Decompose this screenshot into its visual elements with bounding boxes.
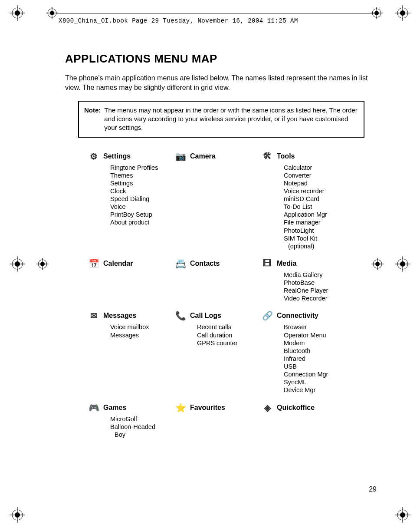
note-label: Note: xyxy=(84,106,101,132)
menu-item: Balloon-Headed xyxy=(110,423,174,431)
menu-item: PhotoBase xyxy=(284,279,356,287)
header-rule xyxy=(56,13,377,13)
menu-title: Settings xyxy=(103,152,131,160)
menu-heading: 📷Camera xyxy=(174,151,260,162)
menu-heading: ⭐Favourites xyxy=(174,402,260,413)
menu-item: Speed Dialing xyxy=(110,195,174,203)
menu-item: Settings xyxy=(110,179,174,187)
menu-item: Infrared xyxy=(284,355,356,363)
menu-item: Converter xyxy=(284,172,356,179)
page-number: 29 xyxy=(369,485,377,493)
favourites-icon: ⭐ xyxy=(174,402,187,413)
menu-item: PrintBoy Setup xyxy=(110,211,174,218)
games-icon: 🎮 xyxy=(87,402,101,413)
menu-heading: 🛠Tools xyxy=(260,151,356,162)
menu-item: RealOne Player xyxy=(284,287,356,294)
menu-item: MicroGolf xyxy=(110,415,174,423)
menu-item: GPRS counter xyxy=(197,339,260,347)
menu-item: Ringtone Profiles xyxy=(110,164,174,172)
settings-icon: ⚙ xyxy=(87,151,101,162)
menu-column: 📞Call LogsRecent callsCall durationGPRS … xyxy=(174,310,260,394)
menu-column: 🎮GamesMicroGolfBalloon-HeadedBoy xyxy=(87,402,174,439)
menu-item: File manager xyxy=(284,218,356,226)
menu-column: 📇Contacts xyxy=(174,258,260,303)
menu-heading: ⚙Settings xyxy=(87,151,174,162)
menu-item: Boy xyxy=(110,431,174,439)
menu-heading: 🔗Connectivity xyxy=(260,310,356,321)
menu-item: PhotoLight xyxy=(284,227,356,234)
registration-mark-icon xyxy=(9,506,26,524)
menu-title: Contacts xyxy=(190,260,220,267)
page-title: APPLICATIONS MENU MAP xyxy=(65,52,377,66)
calendar-icon: 📅 xyxy=(87,258,101,269)
menu-item: About product xyxy=(110,218,174,226)
menu-heading: ✉Messages xyxy=(87,310,174,321)
menu-heading: ◈Quickoffice xyxy=(260,402,356,413)
registration-mark-icon xyxy=(9,255,26,273)
menu-item: Clock xyxy=(110,187,174,195)
menu-column: ⭐Favourites xyxy=(174,402,260,439)
menu-item: Application Mgr xyxy=(284,211,356,218)
menu-item: Calculator xyxy=(284,164,356,172)
menu-title: Media xyxy=(277,260,296,267)
menu-item: miniSD Card xyxy=(284,195,356,203)
menu-item: Device Mgr xyxy=(284,386,356,394)
menu-column: ◈Quickoffice xyxy=(260,402,356,439)
registration-mark-icon xyxy=(394,4,411,22)
menu-heading: 📅Calendar xyxy=(87,258,174,269)
menu-items: Media GalleryPhotoBaseRealOne PlayerVide… xyxy=(284,271,356,303)
menu-item: Operator Menu xyxy=(284,331,356,339)
camera-icon: 📷 xyxy=(174,151,187,162)
menu-items: MicroGolfBalloon-HeadedBoy xyxy=(110,415,174,439)
menu-item: Media Gallery xyxy=(284,271,356,279)
menu-item: Bluetooth xyxy=(284,347,356,355)
menu-item: Messages xyxy=(110,331,174,339)
menu-item: USB xyxy=(284,363,356,370)
media-icon: 🎞 xyxy=(260,258,274,269)
menu-item: Browser xyxy=(284,323,356,331)
connectivity-icon: 🔗 xyxy=(260,310,274,321)
menu-item: SIM Tool Kit xyxy=(284,234,356,242)
menu-item: To-Do List xyxy=(284,203,356,211)
menu-title: Tools xyxy=(277,152,295,160)
menu-title: Games xyxy=(103,404,126,412)
menu-item: Voice recorder xyxy=(284,187,356,195)
registration-mark-icon xyxy=(9,4,26,22)
menu-grid: ⚙SettingsRingtone ProfilesThemesSettings… xyxy=(87,151,377,439)
menu-item: Notepad xyxy=(284,179,356,187)
menu-items: BrowserOperator MenuModemBluetoothInfrar… xyxy=(284,323,356,394)
menu-column: 🛠ToolsCalculatorConverterNotepadVoice re… xyxy=(260,151,356,250)
menu-title: Favourites xyxy=(190,404,225,412)
menu-item: Voice mailbox xyxy=(110,323,174,331)
menu-item: Connection Mgr xyxy=(284,370,356,378)
messages-icon: ✉ xyxy=(87,310,101,321)
menu-items: Ringtone ProfilesThemesSettingsClockSpee… xyxy=(110,164,174,227)
menu-items: Voice mailboxMessages xyxy=(110,323,174,339)
page-content: APPLICATIONS MENU MAP The phone's main a… xyxy=(65,52,377,439)
menu-column: ✉MessagesVoice mailboxMessages xyxy=(87,310,174,394)
menu-title: Call Logs xyxy=(190,312,221,320)
menu-column: ⚙SettingsRingtone ProfilesThemesSettings… xyxy=(87,151,174,250)
menu-heading: 🎞Media xyxy=(260,258,356,269)
menu-item: Call duration xyxy=(197,331,260,339)
menu-item: Themes xyxy=(110,172,174,179)
menu-item: Modem xyxy=(284,339,356,347)
menu-title: Calendar xyxy=(103,260,133,267)
header-text: X800_China_OI.book Page 29 Tuesday, Nove… xyxy=(59,17,298,24)
menu-items: Recent callsCall durationGPRS counter xyxy=(197,323,260,346)
menu-title: Connectivity xyxy=(277,312,318,320)
menu-item: Recent calls xyxy=(197,323,260,331)
registration-mark-icon xyxy=(394,506,411,524)
registration-mark-icon xyxy=(34,255,51,273)
menu-heading: 🎮Games xyxy=(87,402,174,413)
menu-heading: 📞Call Logs xyxy=(174,310,260,321)
menu-item: (optional) xyxy=(284,242,356,250)
menu-item: Voice xyxy=(110,203,174,211)
menu-heading: 📇Contacts xyxy=(174,258,260,269)
tools-icon: 🛠 xyxy=(260,151,274,162)
menu-column: 📅Calendar xyxy=(87,258,174,303)
menu-column: 🔗ConnectivityBrowserOperator MenuModemBl… xyxy=(260,310,356,394)
menu-title: Messages xyxy=(103,312,137,320)
menu-item: SyncML xyxy=(284,378,356,386)
quickoffice-icon: ◈ xyxy=(260,402,274,413)
